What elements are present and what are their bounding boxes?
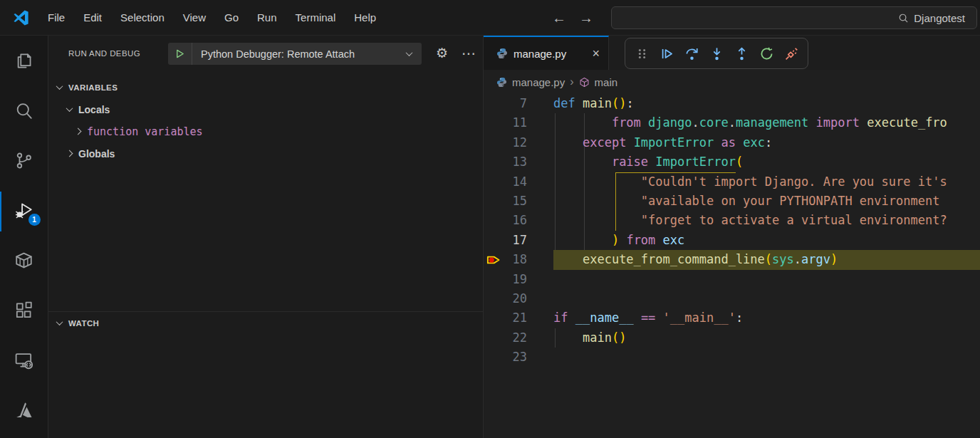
- disconnect-button[interactable]: [782, 44, 801, 63]
- code-line-21[interactable]: 21if __name__ == '__main__':: [484, 308, 980, 328]
- explorer-icon: [14, 51, 34, 71]
- activity-item-source-control[interactable]: [0, 135, 48, 185]
- code-line-16[interactable]: 16 "forget to activate a virtual environ…: [484, 211, 980, 230]
- code-lines: 11 from django.core.management import ex…: [484, 113, 980, 367]
- code-line-7[interactable]: 7def main():: [484, 94, 980, 113]
- line-number: 11: [484, 113, 527, 132]
- code-text: execute_from_command_line(sys.argv): [553, 250, 980, 269]
- continue-button[interactable]: [657, 44, 676, 63]
- variables-item-globals[interactable]: Globals: [48, 142, 483, 165]
- activity-item-remote-explorer[interactable]: [0, 335, 48, 385]
- debug-configuration-dropdown[interactable]: Python Debugger: Remote Attach: [168, 43, 422, 65]
- code-line-12[interactable]: 12 except ImportError as exc:: [484, 133, 980, 152]
- variables-section-header[interactable]: VARIABLES: [48, 76, 483, 98]
- code-area: 7def main(): 11 from django.core.managem…: [484, 94, 980, 367]
- menu-item-terminal[interactable]: Terminal: [286, 0, 345, 36]
- menu-item-selection[interactable]: Selection: [111, 0, 174, 36]
- extensions-icon: [14, 300, 34, 320]
- command-center-search[interactable]: Djangotest: [611, 6, 977, 29]
- containers-icon: [14, 250, 34, 271]
- menu-item-help[interactable]: Help: [345, 0, 385, 36]
- code-text: main(): [553, 328, 980, 348]
- sidebar-title: RUN AND DEBUG: [68, 49, 140, 58]
- code-line-15[interactable]: 15 "available on your PYTHONPATH environ…: [484, 192, 980, 211]
- code-text: from django.core.management import execu…: [553, 113, 980, 132]
- chevron-down-icon: [56, 318, 63, 325]
- tree-item-label: Locals: [78, 104, 110, 115]
- menu-item-go[interactable]: Go: [215, 0, 248, 36]
- variables-section-title: VARIABLES: [68, 83, 118, 92]
- restart-button[interactable]: [757, 44, 776, 63]
- activity-item-containers[interactable]: [0, 235, 48, 285]
- chevron-down-icon: [406, 49, 413, 56]
- code-line-23[interactable]: 23: [484, 348, 980, 367]
- watch-panel: WATCH: [48, 311, 483, 334]
- command-center-text: Djangotest: [914, 12, 965, 24]
- breadcrumb-symbol[interactable]: main: [595, 76, 618, 88]
- more-actions-icon[interactable]: ⋯: [462, 44, 476, 63]
- menu-item-edit[interactable]: Edit: [74, 0, 111, 36]
- workbench: 1 RUN AND DEBUG Python Debugger: Remote …: [0, 36, 980, 438]
- python-icon: [496, 77, 507, 88]
- activity-item-search[interactable]: [0, 85, 48, 135]
- line-number: 15: [484, 192, 527, 211]
- code-line-14[interactable]: 14 "Couldn't import Django. Are you sure…: [484, 172, 980, 192]
- code-line-17[interactable]: 17 ) from exc: [484, 231, 980, 250]
- gripper-icon[interactable]: [632, 44, 651, 63]
- code-text: ) from exc: [553, 231, 980, 250]
- code-text: [553, 289, 980, 308]
- search-icon: [898, 13, 909, 24]
- code-line-19[interactable]: 19: [484, 270, 980, 289]
- line-number: 12: [484, 133, 527, 152]
- code-line-22[interactable]: 22 main(): [484, 328, 980, 348]
- activity-item-run-and-debug[interactable]: 1: [0, 185, 48, 235]
- activity-item-extensions[interactable]: [0, 285, 48, 335]
- menu-item-run[interactable]: Run: [248, 0, 286, 36]
- line-number: 19: [484, 270, 527, 289]
- breakpoint-current-frame-icon[interactable]: [486, 253, 501, 267]
- gear-icon[interactable]: ⚙: [436, 44, 448, 63]
- chevron-down-icon: [56, 83, 63, 90]
- tab-label: manage.py: [514, 48, 566, 60]
- code-line-13[interactable]: 13 raise ImportError(: [484, 152, 980, 172]
- python-icon: [496, 48, 508, 59]
- code-text: if __name__ == '__main__':: [553, 308, 980, 328]
- line-number: 7: [484, 94, 527, 113]
- debug-start-icon[interactable]: [168, 43, 192, 65]
- chevron-right-icon: [75, 128, 82, 135]
- menu-item-file[interactable]: File: [38, 0, 74, 36]
- source-control-icon: [14, 150, 34, 171]
- navigate-back-button[interactable]: ←: [550, 0, 568, 36]
- code-line-18[interactable]: 18 execute_from_command_line(sys.argv): [484, 250, 980, 269]
- line-number: 13: [484, 152, 527, 172]
- title-bar: FileEditSelectionViewGoRunTerminalHelp ←…: [0, 0, 980, 36]
- vscode-logo-icon: [11, 9, 30, 27]
- tab-manage-py[interactable]: manage.py ×: [484, 36, 609, 70]
- code-line-20[interactable]: 20: [484, 289, 980, 308]
- navigate-forward-button[interactable]: →: [577, 0, 595, 36]
- method-symbol-icon: [579, 77, 590, 88]
- menu-item-view[interactable]: View: [174, 0, 215, 36]
- breadcrumb-file[interactable]: manage.py: [512, 76, 565, 88]
- debug-toolbar: [625, 38, 808, 69]
- sticky-scroll-line: 7def main():: [484, 94, 980, 113]
- watch-section-header[interactable]: WATCH: [48, 312, 483, 334]
- editor-group: manage.py × manage.py › main 7def main()…: [484, 36, 980, 438]
- watch-section-title: WATCH: [68, 319, 99, 328]
- step-over-button[interactable]: [682, 44, 701, 63]
- step-into-button[interactable]: [707, 44, 726, 63]
- close-tab-icon[interactable]: ×: [592, 48, 600, 59]
- activity-item-explorer[interactable]: [0, 36, 48, 85]
- variables-item-function-variables[interactable]: function variables: [48, 120, 483, 142]
- step-out-button[interactable]: [732, 44, 751, 63]
- variables-item-locals[interactable]: Locals: [48, 98, 483, 120]
- code-text: def main():: [553, 94, 980, 113]
- code-line-11[interactable]: 11 from django.core.management import ex…: [484, 113, 980, 132]
- code-text: [553, 270, 980, 289]
- tab-bar: manage.py ×: [484, 36, 980, 70]
- activity-bar: 1: [0, 36, 48, 438]
- line-number: 23: [484, 348, 527, 367]
- remote-explorer-icon: [14, 350, 34, 370]
- activity-item-azure[interactable]: [0, 385, 48, 434]
- line-number: 20: [484, 289, 527, 308]
